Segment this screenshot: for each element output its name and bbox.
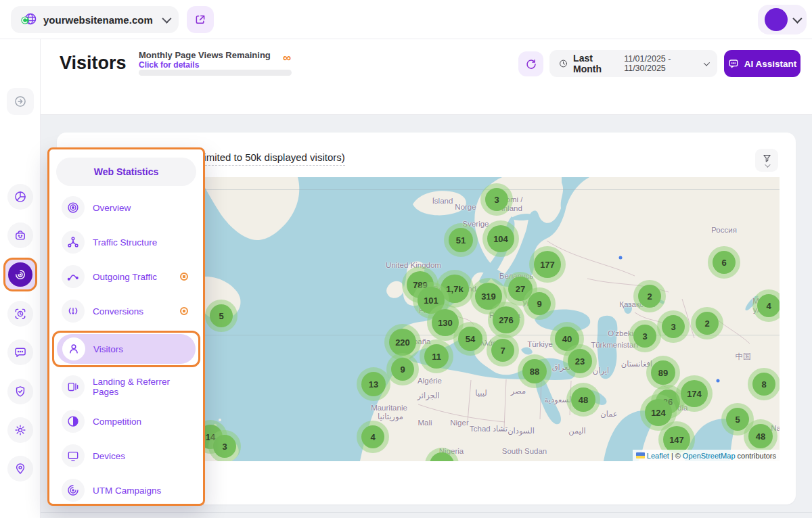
rail-item-pie-chart[interactable] — [7, 184, 33, 210]
date-range-label: Last Month — [573, 53, 614, 74]
page-header: Visitors Monthly Page Views Remaining Cl… — [41, 39, 812, 115]
visitor-cluster-marker[interactable]: 4 — [361, 425, 384, 448]
page-title: Visitors — [60, 53, 127, 74]
visitor-cluster-marker[interactable]: 13 — [361, 372, 386, 396]
visitor-cluster-marker[interactable]: 11 — [424, 344, 449, 369]
quota-progress-bar — [139, 70, 292, 76]
open-website-button[interactable] — [187, 6, 214, 33]
visitor-cluster-marker[interactable]: 8 — [752, 373, 775, 396]
menu-item-traffic-structure[interactable]: Traffic Structure — [56, 227, 196, 257]
city-dot — [619, 256, 623, 260]
visitor-cluster-marker[interactable]: 54 — [458, 327, 482, 351]
menu-item-utm-campaigns[interactable]: UTM Campaigns — [56, 475, 196, 505]
rail-item-web-statistics-active[interactable] — [3, 258, 37, 291]
map-place-label: Türkiye — [527, 340, 553, 349]
map-place-label: مصر — [511, 387, 526, 396]
clock-icon — [559, 58, 568, 69]
landing-icon — [62, 375, 85, 398]
visitor-cluster-marker[interactable]: 130 — [432, 309, 459, 336]
map-place-label: United Kingdom — [386, 261, 441, 270]
map-place-label: عمان — [600, 410, 617, 419]
menu-item-visitors[interactable]: Visitors — [57, 334, 196, 364]
visitor-cluster-marker[interactable]: 9 — [528, 292, 551, 315]
visitor-cluster-marker[interactable]: 174 — [681, 380, 708, 407]
visitor-cluster-marker[interactable]: 3 — [213, 435, 236, 458]
visitor-cluster-marker[interactable]: 48 — [748, 424, 773, 448]
website-name: yourwebsitename.com — [43, 14, 156, 26]
visitor-cluster-marker[interactable]: 7 — [491, 339, 514, 362]
chat-bubble-icon — [728, 58, 739, 69]
refresh-button[interactable] — [518, 51, 543, 76]
website-selector[interactable]: yourwebsitename.com — [11, 6, 179, 33]
ai-assistant-label: AI Assistant — [744, 59, 797, 69]
visitor-cluster-marker[interactable]: 89 — [651, 360, 675, 385]
visitor-cluster-marker[interactable]: 3 — [485, 188, 508, 211]
menu-item-devices[interactable]: Devices — [56, 441, 196, 471]
map-place-label: السعودية — [545, 396, 574, 404]
rail-item-collapse[interactable] — [7, 88, 34, 115]
rail-item-gear[interactable] — [7, 417, 33, 443]
visitor-cluster-marker[interactable]: 40 — [555, 327, 579, 351]
visitor-cluster-marker[interactable]: 5 — [726, 408, 749, 431]
menu-item-label: Outgoing Traffic — [93, 272, 172, 282]
rail-item-chat[interactable] — [7, 339, 33, 365]
rail-item-bag[interactable] — [7, 222, 33, 248]
pie-chart-icon — [14, 190, 27, 204]
visitor-cluster-marker[interactable]: 276 — [493, 306, 520, 333]
quota-infinity-value: ∞ — [283, 51, 291, 65]
map-place-label: ليبيا — [475, 389, 487, 398]
bag-icon — [14, 229, 27, 242]
rail-item-location-pin[interactable] — [7, 456, 33, 481]
visitor-cluster-marker[interactable]: 5 — [210, 304, 233, 327]
menu-item-overview[interactable]: Overview — [56, 193, 196, 222]
menu-item-conversions[interactable]: Conversions — [56, 296, 196, 326]
chevron-down-icon — [162, 14, 171, 24]
visitor-cluster-marker[interactable]: 319 — [475, 283, 502, 310]
page-bottom-divider — [0, 512, 812, 513]
visitor-cluster-marker[interactable]: 147 — [663, 426, 690, 453]
visitor-cluster-marker[interactable]: 3 — [633, 325, 656, 348]
leaflet-link[interactable]: Leaflet — [647, 452, 669, 460]
visitor-cluster-marker[interactable]: 6 — [713, 251, 736, 274]
active-menu-item-highlight: Visitors — [52, 331, 200, 367]
website-favicon — [20, 12, 37, 27]
menu-item-competition[interactable]: Competition — [56, 406, 196, 436]
user-menu[interactable] — [758, 5, 807, 34]
visitor-cluster-marker[interactable]: 1,7k — [441, 275, 469, 303]
location-pin-icon — [14, 462, 27, 475]
visitor-cluster-marker[interactable]: 4 — [757, 294, 780, 317]
visitor-cluster-marker[interactable]: 88 — [522, 359, 547, 383]
menu-item-label: Traffic Structure — [93, 237, 191, 248]
scan-session-icon — [14, 307, 27, 321]
map-place-label: Россия — [711, 226, 737, 235]
map-place-label: السودان — [508, 427, 535, 435]
quota-details-link[interactable]: Click for details — [139, 60, 199, 70]
external-link-icon — [194, 14, 206, 26]
rail-item-shield-check[interactable] — [7, 379, 33, 404]
map-attribution: Leaflet | © OpenStreetMap contributors — [633, 450, 780, 461]
visitor-cluster-marker[interactable]: 177 — [534, 251, 561, 278]
visitor-cluster-marker[interactable]: 2 — [638, 285, 661, 308]
visitor-cluster-marker[interactable]: 2 — [696, 312, 719, 335]
rail-item-scan-session[interactable] — [7, 301, 33, 327]
map-filter-button[interactable] — [755, 149, 778, 172]
map-place-label: Mali — [418, 419, 432, 427]
date-range-picker[interactable]: Last Month 11/01/2025 - 11/30/2025 — [549, 50, 717, 77]
visitor-cluster-marker[interactable]: 220 — [389, 329, 416, 356]
visitor-cluster-marker[interactable]: 104 — [487, 225, 514, 252]
overview-icon — [62, 196, 85, 219]
visitor-cluster-marker[interactable]: 3 — [662, 315, 685, 338]
menu-item-outgoing-traffic[interactable]: Outgoing Traffic — [56, 262, 196, 291]
menu-item-label: UTM Campaigns — [93, 486, 191, 496]
ai-assistant-button[interactable]: AI Assistant — [724, 50, 800, 77]
visitor-cluster-marker[interactable]: 51 — [449, 228, 473, 252]
outgoing-icon — [62, 265, 85, 288]
visitor-cluster-marker[interactable]: 48 — [571, 387, 595, 412]
menu-item-landing-referrer-pages[interactable]: Landing & Referrer Pages — [56, 372, 196, 402]
osm-link[interactable]: OpenStreetMap — [683, 452, 736, 460]
web-statistics-icon — [8, 262, 32, 287]
visitor-cluster-marker[interactable]: 23 — [568, 349, 592, 373]
visitor-cluster-marker[interactable]: 9 — [391, 358, 414, 381]
visitor-cluster-marker[interactable]: 124 — [645, 399, 672, 426]
conversions-icon — [62, 300, 85, 323]
